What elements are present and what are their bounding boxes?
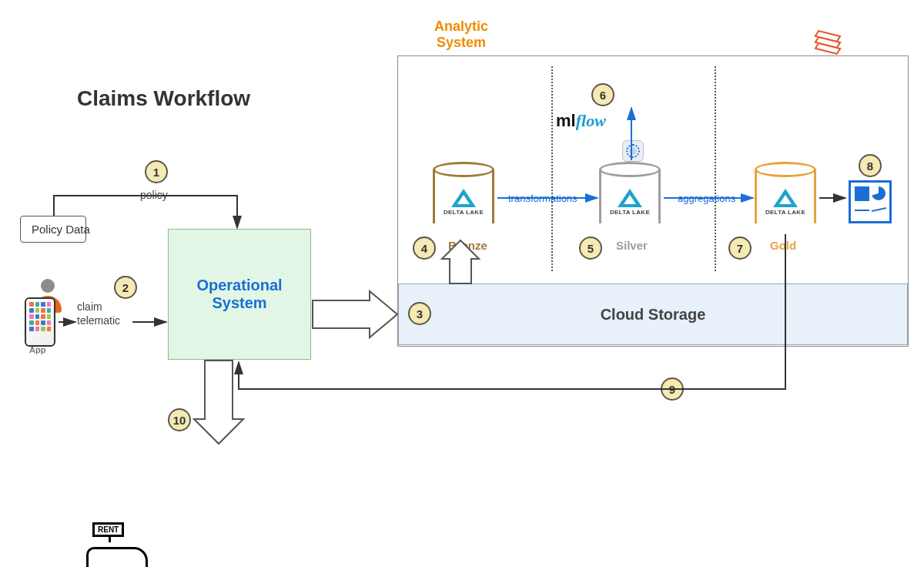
- delta-icon: [451, 189, 476, 207]
- mlflow-ml: ml: [556, 111, 576, 130]
- phone-app-icon: [25, 297, 55, 347]
- mlflow-flow: flow: [576, 111, 606, 130]
- delta-icon: [773, 189, 798, 207]
- gold-cylinder: DELTA LAKE: [755, 162, 816, 231]
- gold-tier-label: Gold: [770, 239, 796, 252]
- step-8: 8: [859, 154, 882, 177]
- operational-system-box: Operational System: [168, 229, 311, 360]
- divider-bronze-silver: [551, 66, 553, 271]
- step-7: 7: [728, 237, 752, 260]
- rental-car-icon: RENT: [86, 522, 148, 567]
- step-2: 2: [114, 276, 137, 299]
- mlflow-logo: mlflow: [556, 111, 606, 131]
- policy-data-label: Policy Data: [32, 223, 75, 236]
- delta-icon: [618, 189, 642, 207]
- rent-sign: RENT: [92, 522, 124, 537]
- bronze-tier-label: Bronze: [448, 239, 487, 252]
- step-10: 10: [168, 408, 191, 431]
- app-label: App: [29, 345, 45, 354]
- ml-brain-icon: [622, 140, 644, 162]
- divider-silver-gold: [715, 66, 716, 271]
- diagram-title: Claims Workflow: [77, 86, 250, 111]
- aggregations-label: aggregations: [678, 193, 735, 204]
- cloud-storage-box: Cloud Storage: [398, 284, 908, 345]
- silver-delta-label: DELTA LAKE: [610, 209, 650, 216]
- step-3: 3: [408, 302, 431, 325]
- operational-system-label: Operational System: [169, 277, 310, 312]
- policy-label: policy: [140, 189, 168, 201]
- step-5: 5: [579, 237, 602, 260]
- databricks-icon: [816, 32, 839, 55]
- gold-delta-label: DELTA LAKE: [765, 209, 805, 216]
- bronze-cylinder: DELTA LAKE: [433, 162, 494, 231]
- step-4: 4: [413, 237, 436, 260]
- dashboard-icon: [849, 180, 892, 223]
- transformations-label: transformations: [508, 193, 578, 204]
- step-9: 9: [661, 377, 684, 401]
- bronze-delta-label: DELTA LAKE: [444, 209, 484, 216]
- analytic-system-text: Analytic System: [434, 18, 488, 50]
- step-1: 1: [145, 160, 168, 183]
- telematic-label: telematic: [77, 314, 120, 327]
- step-6: 6: [591, 83, 614, 106]
- silver-tier-label: Silver: [616, 239, 648, 252]
- cloud-storage-label: Cloud Storage: [601, 306, 706, 324]
- claim-label: claim: [77, 300, 102, 313]
- silver-cylinder: DELTA LAKE: [599, 162, 661, 231]
- policy-data-box: Policy Data: [20, 216, 86, 243]
- analytic-system-label: Analytic System: [419, 18, 504, 51]
